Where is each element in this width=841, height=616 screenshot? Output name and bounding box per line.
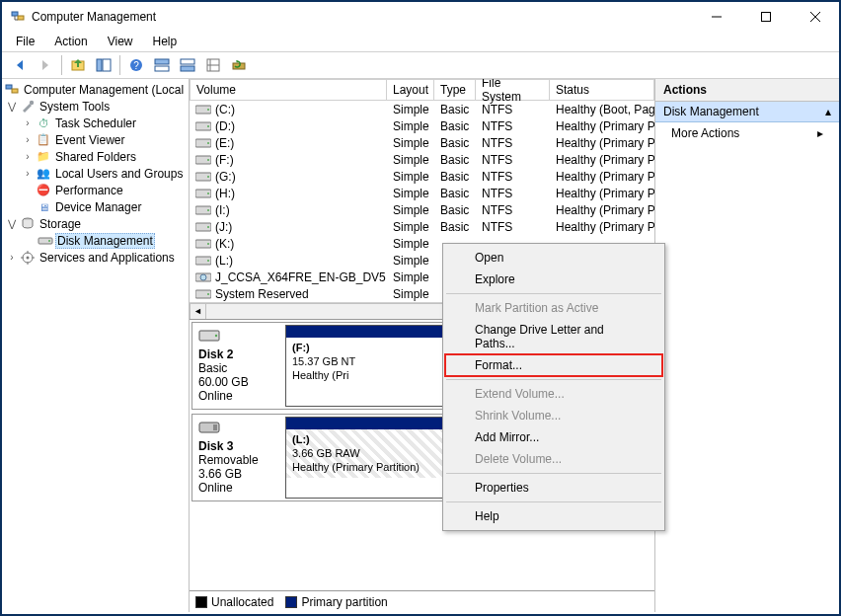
volume-row[interactable]: (E:) Simple Basic NTFS Healthy (Primary … bbox=[190, 134, 654, 151]
up-button[interactable] bbox=[66, 53, 90, 77]
volume-name: System Reserved bbox=[215, 287, 309, 301]
scroll-left-icon[interactable]: ◄ bbox=[190, 303, 206, 320]
col-layout[interactable]: Layout bbox=[387, 79, 434, 101]
view-top-button[interactable] bbox=[150, 53, 174, 77]
volume-fs: NTFS bbox=[476, 220, 550, 234]
svg-point-28 bbox=[207, 109, 209, 111]
context-separator bbox=[446, 379, 661, 380]
actions-more[interactable]: More Actions ▸ bbox=[655, 122, 839, 144]
context-item[interactable]: Format... bbox=[445, 354, 662, 376]
drive-icon bbox=[195, 288, 211, 300]
partition-size: 3.66 GB RAW bbox=[292, 447, 360, 459]
drive-icon bbox=[195, 188, 211, 199]
context-item[interactable]: Explore bbox=[445, 269, 662, 290]
volume-row[interactable]: (H:) Simple Basic NTFS Healthy (Primary … bbox=[190, 185, 654, 201]
volume-row[interactable]: (G:) Simple Basic NTFS Healthy (Primary … bbox=[190, 168, 654, 185]
svg-point-46 bbox=[207, 260, 209, 262]
maximize-button[interactable] bbox=[744, 3, 788, 31]
tree-item-label: Shared Folders bbox=[53, 150, 138, 164]
menu-help[interactable]: Help bbox=[145, 34, 186, 49]
tree-item[interactable]: › ⏱ Task Scheduler bbox=[2, 115, 189, 131]
volume-layout: Simple bbox=[387, 237, 434, 251]
actions-pane: Actions Disk Management ▴ More Actions ▸ bbox=[655, 79, 839, 612]
tree-item[interactable]: › 👥 Local Users and Groups bbox=[2, 165, 189, 182]
tree-item[interactable]: › 📋 Event Viewer bbox=[2, 131, 189, 148]
tree-root[interactable]: Computer Management (Local bbox=[2, 81, 189, 98]
menu-view[interactable]: View bbox=[100, 34, 141, 49]
tree-item[interactable]: ⛔ Performance bbox=[2, 182, 189, 198]
chevron-right-icon[interactable]: › bbox=[6, 252, 18, 263]
svg-rect-1 bbox=[18, 16, 24, 20]
view-bottom-button[interactable] bbox=[176, 53, 199, 77]
volume-name: (D:) bbox=[215, 119, 235, 133]
context-item[interactable]: Change Drive Letter and Paths... bbox=[445, 319, 662, 354]
collapse-icon: ▴ bbox=[825, 105, 831, 118]
volume-layout: Simple bbox=[387, 170, 434, 184]
col-volume[interactable]: Volume bbox=[190, 79, 387, 101]
volume-status: Healthy (Primary P bbox=[550, 119, 654, 133]
chevron-right-icon[interactable]: › bbox=[22, 117, 34, 128]
menu-action[interactable]: Action bbox=[46, 34, 95, 49]
tree-storage[interactable]: ⋁ Storage bbox=[2, 215, 189, 232]
partition-status: Healthy (Primary Partition) bbox=[292, 461, 420, 473]
forward-button[interactable] bbox=[34, 53, 57, 77]
back-button[interactable] bbox=[8, 53, 32, 77]
chevron-right-icon[interactable]: › bbox=[22, 168, 34, 179]
close-button[interactable] bbox=[794, 3, 837, 31]
volume-row[interactable]: (F:) Simple Basic NTFS Healthy (Primary … bbox=[190, 151, 654, 168]
svg-rect-3 bbox=[762, 13, 771, 22]
context-item[interactable]: Help bbox=[445, 505, 662, 527]
volume-row[interactable]: (D:) Simple Basic NTFS Healthy (Primary … bbox=[190, 117, 654, 134]
col-filesystem[interactable]: File System bbox=[476, 79, 550, 101]
volume-type: Basic bbox=[434, 220, 476, 234]
tree-item[interactable]: 🖥 Device Manager bbox=[2, 198, 189, 215]
chevron-right-icon: ▸ bbox=[817, 126, 823, 140]
svg-rect-11 bbox=[155, 59, 169, 64]
show-hide-tree-button[interactable] bbox=[92, 53, 115, 77]
partition-status: Healthy (Pri bbox=[292, 369, 348, 381]
svg-rect-7 bbox=[97, 59, 102, 71]
disk-kind: Basic bbox=[198, 361, 227, 375]
volume-layout: Simple bbox=[387, 153, 434, 167]
disk-header: Disk 2 Basic 60.00 GB Online bbox=[192, 323, 283, 409]
svg-rect-12 bbox=[155, 66, 169, 71]
tree-item[interactable]: › 📁 Shared Folders bbox=[2, 148, 189, 165]
volume-status: Healthy (Primary P bbox=[550, 187, 654, 200]
tree-disk-management[interactable]: Disk Management bbox=[2, 232, 189, 249]
context-item[interactable]: Open bbox=[445, 247, 662, 269]
tree-services-apps[interactable]: › Services and Applications bbox=[2, 249, 189, 266]
partition[interactable]: (F:) 15.37 GB NT Healthy (Pri bbox=[285, 325, 467, 407]
drive-icon bbox=[195, 104, 211, 116]
volume-layout: Simple bbox=[387, 203, 434, 217]
volume-layout: Simple bbox=[387, 254, 434, 268]
chevron-down-icon[interactable]: ⋁ bbox=[6, 218, 18, 229]
chevron-down-icon[interactable]: ⋁ bbox=[6, 101, 18, 112]
tree-system-tools[interactable]: ⋁ System Tools bbox=[2, 98, 189, 115]
col-type[interactable]: Type bbox=[434, 79, 476, 101]
volume-row[interactable]: (J:) Simple Basic NTFS Healthy (Primary … bbox=[190, 218, 654, 235]
context-item[interactable]: Properties bbox=[445, 477, 662, 499]
toolbar: ? bbox=[2, 51, 839, 79]
svg-point-32 bbox=[207, 142, 209, 144]
tree-pane: Computer Management (Local ⋁ System Tool… bbox=[2, 79, 190, 612]
menu-file[interactable]: File bbox=[8, 34, 42, 49]
actions-section-diskmgmt[interactable]: Disk Management ▴ bbox=[655, 102, 839, 122]
disk-state: Online bbox=[198, 389, 233, 403]
context-item: Mark Partition as Active bbox=[445, 297, 662, 319]
minimize-button[interactable] bbox=[695, 3, 738, 31]
volume-layout: Simple bbox=[387, 220, 434, 234]
context-menu[interactable]: OpenExploreMark Partition as ActiveChang… bbox=[442, 243, 665, 531]
tree-item-icon: ⏱ bbox=[36, 116, 51, 131]
chevron-right-icon[interactable]: › bbox=[22, 151, 34, 162]
help-button[interactable]: ? bbox=[124, 53, 148, 77]
legend-unallocated: Unallocated bbox=[195, 595, 273, 609]
context-item[interactable]: Add Mirror... bbox=[445, 426, 662, 448]
volume-row[interactable]: (I:) Simple Basic NTFS Healthy (Primary … bbox=[190, 201, 654, 218]
chevron-right-icon[interactable]: › bbox=[22, 134, 34, 145]
refresh-button[interactable] bbox=[227, 53, 251, 77]
volume-row[interactable]: (C:) Simple Basic NTFS Healthy (Boot, Pa… bbox=[190, 101, 654, 117]
settings-button[interactable] bbox=[201, 53, 225, 77]
storage-icon bbox=[20, 216, 36, 232]
partition-label: (F:) bbox=[292, 342, 310, 353]
col-status[interactable]: Status bbox=[550, 79, 654, 101]
